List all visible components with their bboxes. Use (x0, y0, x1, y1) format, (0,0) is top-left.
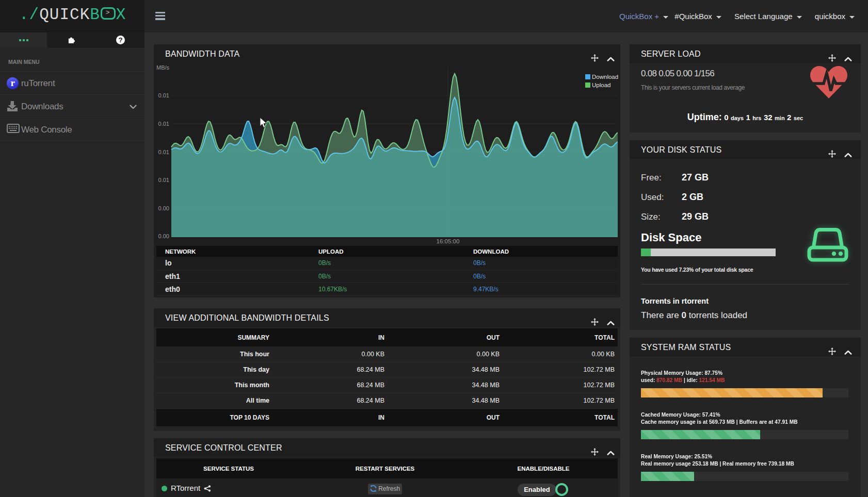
svg-text:0.01: 0.01 (158, 92, 169, 98)
svg-text:0.01: 0.01 (158, 149, 169, 155)
svg-text:0.00: 0.00 (158, 205, 169, 211)
svg-text:Download: Download (592, 74, 618, 80)
svg-text:MB/s: MB/s (156, 64, 170, 71)
svg-text:Upload: Upload (592, 82, 610, 88)
svg-text:16:05:00: 16:05:00 (437, 238, 460, 244)
svg-text:?: ? (118, 36, 122, 44)
svg-text:0.00: 0.00 (158, 233, 169, 239)
svg-text:0.01: 0.01 (158, 121, 169, 127)
svg-text:0.01: 0.01 (158, 177, 169, 183)
